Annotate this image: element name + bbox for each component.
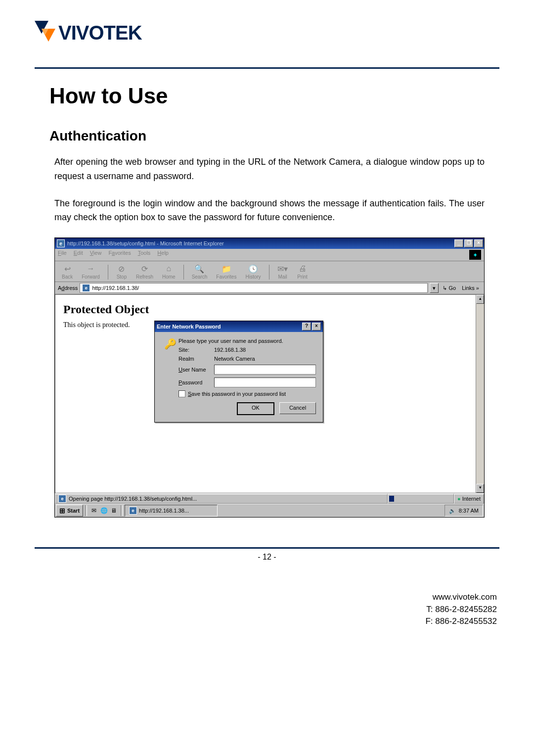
vertical-scrollbar[interactable]: ▴ ▾ <box>476 295 484 493</box>
site-label: Site: <box>178 347 214 353</box>
start-button[interactable]: ⊞ Start <box>56 505 83 517</box>
menu-view[interactable]: View <box>90 250 102 260</box>
contact-block: www.vivotek.com T: 886-2-82455282 F: 886… <box>35 591 497 628</box>
windows-flag-icon: ⊞ <box>59 507 65 515</box>
go-button[interactable]: ↳ Go <box>441 285 458 291</box>
windows-taskbar: ⊞ Start ✉ 🌐 🖥 e http://192.168.1.38... 🔈… <box>55 504 484 517</box>
realm-label: Realm <box>178 356 214 362</box>
history-button[interactable]: 🕓History <box>242 263 264 280</box>
browser-toolbar: ↩Back →Forward ⊘Stop ⟳Refresh ⌂Home 🔍Sea… <box>55 261 484 282</box>
protected-object-heading: Protected Object <box>63 303 484 316</box>
window-minimize-button[interactable]: _ <box>454 239 463 247</box>
page-number: - 12 - <box>35 553 499 562</box>
ie-page-icon: e <box>82 284 90 292</box>
contact-tel: T: 886-2-82455282 <box>35 604 497 616</box>
paragraph-1: After opening the web browser and typing… <box>54 155 485 184</box>
tray-clock: 8:37 AM <box>459 508 479 514</box>
ie-app-icon: e <box>57 239 65 247</box>
print-button[interactable]: 🖨Print <box>294 263 311 280</box>
realm-value: Network Camera <box>214 356 255 362</box>
auth-dialog-titlebar: Enter Network Password ? × <box>155 321 323 332</box>
footer-rule <box>35 547 499 549</box>
menu-tools[interactable]: Tools <box>138 250 151 260</box>
window-restore-button[interactable]: ❐ <box>464 239 473 247</box>
stop-button[interactable]: ⊘Stop <box>113 263 130 280</box>
status-text: Opening page http://192.168.1.38/setup/c… <box>69 496 197 502</box>
auth-dialog: Enter Network Password ? × 🔑 Please type… <box>154 321 323 423</box>
brand-logo-icon <box>35 21 55 42</box>
forward-button: →Forward <box>79 263 103 280</box>
username-input[interactable] <box>214 365 316 375</box>
ie-page-icon: e <box>58 495 66 503</box>
refresh-button[interactable]: ⟳Refresh <box>133 263 156 280</box>
menu-favorites[interactable]: Favorites <box>108 250 131 260</box>
browser-viewport: Protected Object This object is protecte… <box>55 294 484 493</box>
header-rule <box>35 67 499 69</box>
quicklaunch-outlook-icon[interactable]: ✉ <box>90 507 98 515</box>
auth-dialog-close-button[interactable]: × <box>312 323 321 331</box>
browser-addressbar: Address e http://192.168.1.38/ ▾ ↳ Go Li… <box>55 282 484 294</box>
site-value: 192.168.1.38 <box>214 347 246 353</box>
address-input[interactable]: e http://192.168.1.38/ <box>80 283 428 293</box>
window-close-button[interactable]: × <box>474 239 483 247</box>
save-password-label: Save this password in your password list <box>188 391 286 397</box>
menu-file[interactable]: File <box>58 250 67 260</box>
auth-prompt: Please type your user name and password. <box>178 338 316 344</box>
paragraph-2: The foreground is the login window and t… <box>54 196 485 225</box>
scroll-down-button[interactable]: ▾ <box>476 484 484 493</box>
links-button[interactable]: Links » <box>460 285 481 291</box>
taskbar-task-button[interactable]: e http://192.168.1.38... <box>125 505 218 517</box>
browser-titlebar: e http://192.168.1.38/setup/config.html … <box>55 238 484 249</box>
username-label: User Name <box>178 367 214 373</box>
scroll-up-button[interactable]: ▴ <box>476 295 484 304</box>
ie-page-icon: e <box>129 507 137 515</box>
search-button[interactable]: 🔍Search <box>189 263 211 280</box>
favorites-button[interactable]: 📁Favorites <box>213 263 239 280</box>
section-title: Authentication <box>49 128 499 144</box>
menu-help[interactable]: Help <box>157 250 169 260</box>
page-title: How to Use <box>49 84 499 108</box>
browser-statusbar: e Opening page http://192.168.1.38/setup… <box>55 493 484 504</box>
progress-bar <box>388 494 454 504</box>
contact-fax: F: 886-2-82455532 <box>35 615 497 628</box>
address-dropdown[interactable]: ▾ <box>430 283 439 293</box>
auth-dialog-title: Enter Network Password <box>157 324 301 330</box>
home-button[interactable]: ⌂Home <box>159 263 178 280</box>
cancel-button[interactable]: Cancel <box>279 402 316 414</box>
mail-button[interactable]: ✉▾Mail <box>274 263 291 280</box>
back-button[interactable]: ↩Back <box>59 263 76 280</box>
browser-title: http://192.168.1.38/setup/config.html - … <box>67 240 454 246</box>
auth-dialog-help-button[interactable]: ? <box>302 323 311 331</box>
browser-menubar: File Edit View Favorites Tools Help ✦ <box>55 249 484 261</box>
address-label: Address <box>58 285 78 291</box>
password-label: Password <box>178 379 214 385</box>
password-input[interactable] <box>214 378 316 387</box>
save-password-checkbox[interactable] <box>178 390 185 397</box>
screenshot-container: e http://192.168.1.38/setup/config.html … <box>54 237 485 518</box>
quicklaunch-ie-icon[interactable]: 🌐 <box>100 507 108 515</box>
ie-throbber-icon: ✦ <box>469 250 481 260</box>
ok-button[interactable]: OK <box>237 402 274 415</box>
menu-edit[interactable]: Edit <box>74 250 83 260</box>
brand-logo-text: VIVOTEK <box>58 23 142 43</box>
brand-header: VIVOTEK <box>35 20 499 43</box>
system-tray: 🔈 8:37 AM <box>445 505 483 517</box>
tray-volume-icon[interactable]: 🔈 <box>449 508 456 514</box>
quicklaunch-desktop-icon[interactable]: 🖥 <box>110 507 118 515</box>
keys-icon: 🔑 <box>162 338 178 415</box>
security-zone: ● Internet <box>454 494 484 504</box>
contact-site: www.vivotek.com <box>35 591 497 604</box>
